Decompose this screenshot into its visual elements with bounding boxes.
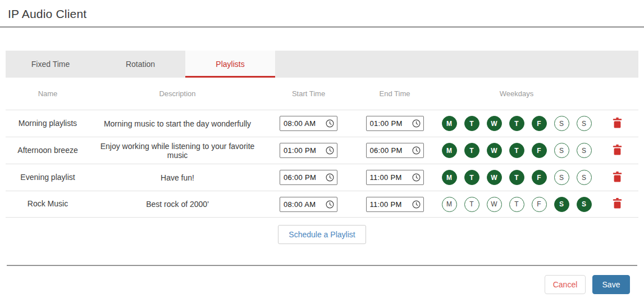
- column-header-end-time: End Time: [352, 89, 437, 98]
- clock-icon[interactable]: [412, 173, 421, 182]
- tab-bar: Fixed Time Rotation Playlists: [6, 51, 638, 78]
- page-title: IP Audio Client: [8, 7, 644, 21]
- weekday-toggles: MTWTFSS: [437, 170, 596, 185]
- weekday-toggle-fri[interactable]: F: [532, 197, 547, 212]
- table-header-row: Name Description Start Time End Time Wee…: [6, 78, 638, 110]
- weekday-toggle-mon[interactable]: M: [442, 143, 457, 158]
- save-button[interactable]: Save: [592, 275, 630, 294]
- weekday-toggle-fri[interactable]: F: [532, 170, 547, 185]
- clock-icon[interactable]: [326, 173, 334, 182]
- trash-icon: [613, 118, 622, 128]
- column-header-start-time: Start Time: [265, 89, 352, 98]
- weekday-toggle-fri[interactable]: F: [532, 116, 547, 131]
- weekday-toggle-tue[interactable]: T: [464, 116, 479, 131]
- weekday-toggle-wed[interactable]: W: [487, 197, 502, 212]
- playlist-description: Have fun!: [90, 173, 265, 182]
- playlist-name: Morning playlists: [6, 119, 90, 129]
- clock-icon[interactable]: [412, 146, 421, 155]
- tab-fixed-time[interactable]: Fixed Time: [6, 51, 95, 78]
- clock-icon[interactable]: [412, 200, 421, 209]
- tab-playlists-label: Playlists: [216, 60, 244, 69]
- start-time-cell: [265, 116, 352, 131]
- table-row: Afternoon breeze Enjoy working while lis…: [6, 137, 638, 164]
- trash-icon: [613, 198, 622, 209]
- delete-row-button[interactable]: [611, 143, 623, 158]
- weekday-toggle-sun[interactable]: S: [577, 143, 592, 158]
- weekday-toggle-tue[interactable]: T: [464, 197, 479, 212]
- weekday-toggle-sat[interactable]: S: [554, 143, 569, 158]
- start-time-cell: [265, 170, 352, 185]
- schedule-row: Schedule a Playlist: [6, 225, 638, 244]
- playlist-description: Best rock of 2000': [90, 200, 265, 209]
- weekday-toggle-sat[interactable]: S: [554, 197, 569, 212]
- playlist-name: Afternoon breeze: [6, 146, 90, 156]
- weekday-toggle-wed[interactable]: W: [487, 170, 502, 185]
- weekday-toggle-sun[interactable]: S: [577, 197, 592, 212]
- weekday-toggle-thu[interactable]: T: [509, 116, 524, 131]
- tab-fixed-time-label: Fixed Time: [31, 60, 70, 69]
- page-header: IP Audio Client: [0, 0, 644, 28]
- column-header-weekdays: Weekdays: [437, 89, 596, 98]
- schedule-playlist-button[interactable]: Schedule a Playlist: [278, 225, 366, 244]
- playlist-name: Rock Music: [6, 199, 90, 209]
- tab-playlists[interactable]: Playlists: [185, 51, 275, 78]
- clock-icon[interactable]: [326, 146, 334, 155]
- weekday-toggle-sat[interactable]: S: [554, 116, 569, 131]
- weekday-toggle-fri[interactable]: F: [532, 143, 547, 158]
- weekday-toggle-wed[interactable]: W: [487, 143, 502, 158]
- table-row: Morning playlists Morning music to start…: [6, 110, 638, 137]
- playlist-scheduler-panel: Fixed Time Rotation Playlists Name Descr…: [6, 51, 638, 244]
- delete-row-button[interactable]: [611, 197, 623, 211]
- weekday-toggle-thu[interactable]: T: [509, 170, 524, 185]
- weekday-toggle-tue[interactable]: T: [464, 143, 479, 158]
- weekday-toggle-sun[interactable]: S: [577, 116, 592, 131]
- tab-rotation[interactable]: Rotation: [95, 51, 185, 78]
- end-time-cell: [352, 197, 437, 212]
- weekday-toggle-mon[interactable]: M: [442, 197, 457, 212]
- start-time-cell: [265, 143, 352, 158]
- weekday-toggle-tue[interactable]: T: [464, 170, 479, 185]
- weekday-toggle-thu[interactable]: T: [509, 143, 524, 158]
- weekday-toggle-mon[interactable]: M: [442, 116, 457, 131]
- weekday-toggle-sun[interactable]: S: [577, 170, 592, 185]
- cancel-button[interactable]: Cancel: [545, 275, 586, 294]
- delete-row-button[interactable]: [611, 116, 623, 131]
- start-time-cell: [265, 197, 352, 212]
- footer: Cancel Save: [7, 265, 637, 294]
- weekday-toggle-sat[interactable]: S: [554, 170, 569, 185]
- weekday-toggle-mon[interactable]: M: [442, 170, 457, 185]
- end-time-cell: [352, 170, 437, 185]
- playlist-description: Morning music to start the day wonderful…: [90, 119, 265, 128]
- delete-row-button[interactable]: [611, 170, 623, 185]
- playlist-name: Evening playlist: [6, 173, 90, 183]
- table-row: Evening playlist Have fun! MTWTFSS: [6, 164, 638, 191]
- tab-rotation-label: Rotation: [126, 60, 155, 69]
- clock-icon[interactable]: [326, 200, 334, 209]
- table-row: Rock Music Best rock of 2000' MTWTFSS: [6, 191, 638, 218]
- weekday-toggle-wed[interactable]: W: [487, 116, 502, 131]
- playlist-description: Enjoy working while listening to your fa…: [90, 142, 265, 160]
- trash-icon: [613, 145, 622, 155]
- end-time-cell: [352, 143, 437, 158]
- clock-icon[interactable]: [412, 119, 421, 128]
- weekday-toggle-thu[interactable]: T: [509, 197, 524, 212]
- weekday-toggles: MTWTFSS: [437, 143, 596, 158]
- weekday-toggles: MTWTFSS: [437, 197, 596, 212]
- column-header-description: Description: [90, 89, 265, 98]
- trash-icon: [613, 172, 622, 182]
- clock-icon[interactable]: [326, 119, 334, 128]
- weekday-toggles: MTWTFSS: [437, 116, 596, 131]
- column-header-name: Name: [6, 89, 90, 98]
- playlist-table-body: Morning playlists Morning music to start…: [6, 110, 638, 218]
- end-time-cell: [352, 116, 437, 131]
